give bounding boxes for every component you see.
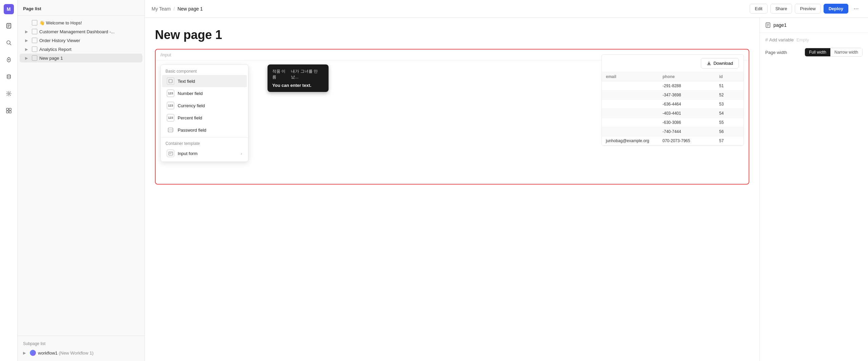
deploy-button[interactable]: Deploy <box>824 4 848 14</box>
database-icon[interactable] <box>3 71 14 82</box>
variable-row: # Add variable Empty <box>765 37 863 42</box>
empty-label: Empty <box>796 37 809 42</box>
subpage-title: Subpage list <box>18 339 144 348</box>
dropdown-item-input-form[interactable]: Input form › <box>162 147 247 159</box>
sidebar-header: Page list <box>18 0 144 16</box>
page-width-row: Page width Full width Narrow width <box>765 48 863 57</box>
svg-rect-12 <box>9 111 11 113</box>
sidebar-item-label: 👋 Welcome to Hops! <box>39 20 82 25</box>
variable-label: # Add variable <box>765 37 794 42</box>
workflow-icon <box>30 350 36 356</box>
workflow-item[interactable]: ▶ workflow1 (New Workflow 1) <box>18 348 144 358</box>
content-wrapper: /input Basic component Text field <box>155 49 749 185</box>
percent-field-icon: 123 <box>167 114 174 121</box>
svg-point-16 <box>170 130 171 130</box>
dropdown-item-label: Currency field <box>178 103 205 108</box>
dropdown-divider <box>161 137 248 138</box>
share-button[interactable]: Share <box>770 4 792 14</box>
page-title: New page 1 <box>155 28 749 42</box>
table-header: email phone id <box>602 72 744 81</box>
dropdown-item-currency-field[interactable]: 123 Currency field <box>162 99 247 112</box>
dropdown-item-label: Percent field <box>178 115 202 120</box>
svg-point-6 <box>8 59 9 60</box>
dropdown-item-text-field[interactable]: Text field <box>162 75 247 87</box>
sidebar-item-newpage[interactable]: ▶ New page 1 <box>20 54 142 62</box>
table-row: -636-4464 53 <box>602 100 744 109</box>
topbar: My Team / New page 1 Edit Share Preview … <box>145 0 868 18</box>
workflow-label: workflow1 (New Workflow 1) <box>38 350 94 356</box>
doc-icon <box>32 29 37 34</box>
download-btn-wrap: Download <box>602 55 744 72</box>
deploy-icon[interactable] <box>3 54 14 65</box>
dropdown-item-percent-field[interactable]: 123 Percent field <box>162 112 247 124</box>
doc-icon <box>32 38 37 43</box>
sidebar-item-label: Customer Management Dashboard -... <box>39 29 115 34</box>
col-phone: phone <box>663 74 719 79</box>
download-button[interactable]: Download <box>701 58 739 69</box>
tooltip-preview-text1: 작품 이름 <box>272 69 289 80</box>
table-row: junhobag@example.org 070-2073-7965 57 <box>602 136 744 146</box>
page-width-label: Page width <box>765 50 787 55</box>
table-row: -291-8288 51 <box>602 81 744 91</box>
data-table: Download email phone id -291-8288 51 <box>601 54 744 146</box>
table-row: -630-3086 55 <box>602 118 744 127</box>
page-list-title: Page list <box>23 6 41 11</box>
page-canvas: New page 1 /input Basic component <box>145 18 760 361</box>
dropdown-item-number-field[interactable]: 123 Number field <box>162 87 247 99</box>
input-form-icon <box>167 150 174 157</box>
doc-icon <box>32 55 37 61</box>
breadcrumb-team: My Team <box>152 6 171 12</box>
right-panel: page1 # Add variable Empty Page width Fu… <box>760 18 868 361</box>
tooltip-preview: 작품 이름 내가 그녀를 만났... <box>272 69 324 80</box>
input-placeholder: /input <box>160 52 171 57</box>
sidebar-item-label: Analytics Report <box>39 47 72 52</box>
svg-rect-9 <box>6 108 8 110</box>
svg-line-5 <box>10 44 11 45</box>
avatar[interactable]: M <box>4 4 14 14</box>
edit-button[interactable]: Edit <box>750 4 767 14</box>
add-variable-button[interactable]: Add variable <box>769 37 794 42</box>
svg-rect-11 <box>6 111 8 113</box>
subpage-section: Subpage list ▶ workflow1 (New Workflow 1… <box>18 336 144 361</box>
svg-point-8 <box>8 93 9 95</box>
download-label: Download <box>713 61 733 66</box>
svg-point-15 <box>169 130 170 130</box>
chevron-placeholder <box>25 21 30 25</box>
chevron-icon: ▶ <box>25 56 30 60</box>
right-panel-title: page1 <box>773 22 787 28</box>
container-section-label: Container template <box>161 139 248 147</box>
breadcrumb: My Team / New page 1 <box>152 6 203 12</box>
main-content: My Team / New page 1 Edit Share Preview … <box>145 0 868 361</box>
chevron-icon: ▶ <box>25 38 30 43</box>
component-dropdown: Basic component Text field 123 Number fi… <box>160 64 249 162</box>
pages-icon[interactable] <box>3 20 14 31</box>
full-width-button[interactable]: Full width <box>805 48 830 56</box>
col-email: email <box>606 74 663 79</box>
tooltip-label: You can enter text. <box>272 83 324 88</box>
dropdown-item-label: Text field <box>178 79 195 84</box>
text-field-icon <box>167 77 174 85</box>
number-field-icon: 123 <box>167 90 174 97</box>
table-row: -403-4401 54 <box>602 109 744 118</box>
breadcrumb-separator: / <box>174 6 175 12</box>
chevron-icon: ▶ <box>23 351 28 355</box>
dropdown-item-password-field[interactable]: Password field <box>162 124 247 136</box>
plugins-icon[interactable] <box>3 105 14 116</box>
sidebar-item-order[interactable]: ▶ Order History Viewer <box>20 36 142 45</box>
sidebar-item-customer[interactable]: ▶ Customer Management Dashboard -... <box>20 27 142 36</box>
svg-point-17 <box>172 130 172 130</box>
preview-button[interactable]: Preview <box>795 4 821 14</box>
sidebar-item-analytics[interactable]: ▶ Analytics Report <box>20 45 142 54</box>
settings-icon[interactable] <box>3 88 14 99</box>
more-options-button[interactable]: ··· <box>851 4 861 14</box>
icon-nav-bar: M <box>0 0 18 361</box>
sidebar-nav: 👋 Welcome to Hops! ▶ Customer Management… <box>18 16 144 336</box>
chevron-icon: ▶ <box>25 47 30 52</box>
basic-section-label: Basic component <box>161 67 248 75</box>
sidebar-item-label: Order History Viewer <box>39 38 80 43</box>
arrow-icon: › <box>241 151 242 156</box>
right-panel-header: page1 <box>760 18 868 33</box>
sidebar-item-welcome[interactable]: 👋 Welcome to Hops! <box>20 18 142 27</box>
narrow-width-button[interactable]: Narrow width <box>830 48 862 56</box>
search-icon[interactable] <box>3 37 14 48</box>
